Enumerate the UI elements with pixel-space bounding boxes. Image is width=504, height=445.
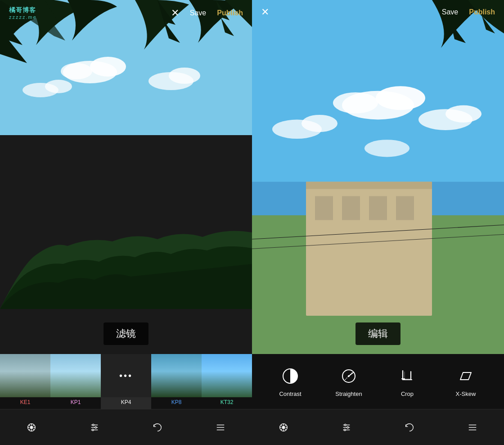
svg-point-33 xyxy=(446,105,482,123)
right-scene xyxy=(252,0,504,354)
svg-point-23 xyxy=(92,429,94,431)
svg-point-1 xyxy=(63,61,117,83)
right-publish-button[interactable]: Publish xyxy=(469,8,495,16)
filter-item-kp4[interactable]: ••• KP4 xyxy=(101,354,151,409)
filter-label-ke: KE1 xyxy=(20,399,31,405)
right-panel: ✕ Save Publish xyxy=(252,0,504,445)
svg-point-22 xyxy=(95,427,97,428)
svg-point-7 xyxy=(45,80,72,93)
filter-label-kp1: KP1 xyxy=(71,399,81,405)
svg-point-36 xyxy=(364,140,410,157)
filter-item-kp8[interactable]: KP8 xyxy=(151,354,202,409)
xskew-label: X-Skew xyxy=(456,391,476,397)
svg-point-29 xyxy=(342,91,414,120)
svg-point-31 xyxy=(333,92,378,114)
xskew-icon xyxy=(456,366,476,386)
filter-item-ke[interactable]: KE1 xyxy=(0,354,50,409)
filter-thumb-kp8 xyxy=(151,354,202,397)
crop-icon xyxy=(397,366,417,386)
svg-point-35 xyxy=(302,115,338,132)
right-undo-icon xyxy=(405,422,414,432)
right-toolbar-menu-btn[interactable] xyxy=(463,418,482,437)
contrast-tool[interactable]: Contrast xyxy=(261,366,320,397)
left-publish-button[interactable]: Publish xyxy=(217,9,243,17)
contrast-label: Contrast xyxy=(279,391,301,397)
dots-icon: ••• xyxy=(119,371,133,381)
sliders-icon xyxy=(90,422,99,432)
filter-thumb-kp1 xyxy=(50,354,101,397)
undo-icon xyxy=(153,422,162,432)
left-bottom-trees xyxy=(0,174,252,309)
svg-point-21 xyxy=(92,424,94,426)
left-toolbar-undo-btn[interactable] xyxy=(148,418,167,437)
left-close-button[interactable]: ✕ xyxy=(171,7,179,19)
svg-line-45 xyxy=(252,234,504,249)
right-toolbar-undo-btn[interactable] xyxy=(400,418,419,437)
edit-tools: Contrast Straighten xyxy=(252,354,504,409)
straighten-label: Straighten xyxy=(335,391,362,397)
filter-thumbnail-kp4: ••• xyxy=(101,354,151,397)
watermark: 橘哥博客 zzzzz.me xyxy=(9,6,37,20)
crop-label: Crop xyxy=(401,391,414,397)
filter-label-kt32: KT32 xyxy=(220,399,234,405)
svg-rect-42 xyxy=(369,196,387,220)
straighten-icon xyxy=(339,366,359,386)
svg-rect-39 xyxy=(306,182,432,189)
xskew-tool[interactable]: X-Skew xyxy=(436,366,495,397)
svg-line-17 xyxy=(33,425,34,426)
svg-point-30 xyxy=(376,86,425,110)
watermark-line1: 橘哥博客 xyxy=(9,6,37,14)
svg-rect-41 xyxy=(342,196,360,220)
svg-point-2 xyxy=(90,57,126,77)
contrast-icon xyxy=(280,366,300,386)
filter-label-kp8: KP8 xyxy=(171,399,182,405)
left-toolbar xyxy=(0,409,252,445)
filter-item-kp1[interactable]: KP1 xyxy=(50,354,101,409)
filter-thumbnail-kt32 xyxy=(202,354,252,397)
svg-point-4 xyxy=(148,72,194,90)
svg-point-32 xyxy=(418,109,472,130)
right-header-actions: Save Publish xyxy=(442,8,495,16)
svg-rect-43 xyxy=(396,196,414,220)
svg-line-61 xyxy=(285,425,286,426)
left-panel: 橘哥博客 zzzzz.me ✕ Save Publish xyxy=(0,0,252,445)
filter-thumbnail-ke xyxy=(0,354,50,397)
filter-wheel-icon xyxy=(27,422,36,432)
right-header: ✕ Save Publish xyxy=(252,0,504,24)
filter-thumb-kp4-dots: ••• xyxy=(101,354,151,397)
svg-point-3 xyxy=(61,63,92,79)
left-header: 橘哥博客 zzzzz.me ✕ Save Publish xyxy=(0,0,252,26)
filter-item-kt32[interactable]: KT32 xyxy=(202,354,252,409)
right-toolbar-filter-btn[interactable] xyxy=(274,418,293,437)
svg-line-58 xyxy=(281,425,282,426)
left-save-button[interactable]: Save xyxy=(190,9,206,17)
right-close-button[interactable]: ✕ xyxy=(261,6,269,18)
svg-point-66 xyxy=(347,427,349,428)
svg-rect-28 xyxy=(252,0,504,182)
right-toolbar xyxy=(252,409,504,445)
crop-tool[interactable]: Crop xyxy=(378,366,436,397)
left-header-actions: ✕ Save Publish xyxy=(171,7,243,19)
right-toolbar-adjust-btn[interactable] xyxy=(337,418,356,437)
straighten-tool[interactable]: Straighten xyxy=(320,366,378,397)
right-filter-wheel-icon xyxy=(279,422,288,432)
filter-strip: KE1 KP1 ••• KP4 KP8 K xyxy=(0,354,252,409)
svg-line-60 xyxy=(281,429,282,430)
svg-rect-40 xyxy=(315,196,333,220)
watermark-line2: zzzzz.me xyxy=(9,14,37,20)
filter-thumbnail-kp1 xyxy=(50,354,101,397)
filter-thumbnail-kp8 xyxy=(151,354,202,397)
filter-thumb-ke xyxy=(0,354,50,397)
svg-line-16 xyxy=(29,429,30,430)
svg-point-65 xyxy=(344,424,346,426)
right-save-button[interactable]: Save xyxy=(442,8,458,16)
filter-thumb-kt32 xyxy=(202,354,252,397)
right-menu-icon xyxy=(468,422,477,432)
left-toolbar-filter-btn[interactable] xyxy=(22,418,41,437)
right-image-area: 编辑 xyxy=(252,0,504,354)
right-mode-label: 编辑 xyxy=(356,322,400,345)
left-toolbar-adjust-btn[interactable] xyxy=(85,418,104,437)
menu-icon xyxy=(216,422,225,432)
left-image-area: 滤镜 xyxy=(0,0,252,354)
left-toolbar-menu-btn[interactable] xyxy=(211,418,230,437)
